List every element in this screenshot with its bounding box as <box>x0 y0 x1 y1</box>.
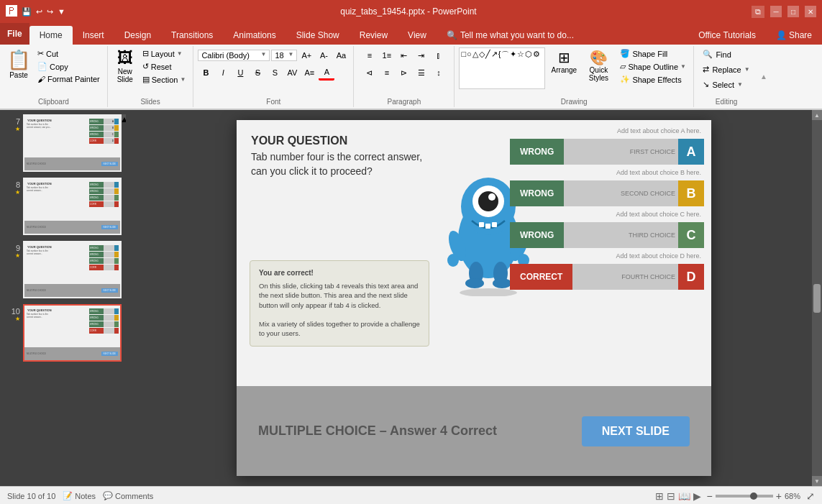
slide-preview-7[interactable]: YOUR QUESTION Tab number four is the cor… <box>23 114 122 172</box>
decrease-indent-button[interactable]: ⇤ <box>396 47 412 63</box>
slide-preview-8[interactable]: YOUR QUESTION Tab number four is the cor… <box>23 178 122 235</box>
customize-icon[interactable]: ▼ <box>58 7 65 16</box>
copy-button[interactable]: 📄 Copy <box>35 60 103 73</box>
font-increase-button[interactable]: A+ <box>298 47 314 63</box>
font-size-selector[interactable]: 18▼ <box>271 50 297 61</box>
tab-animations[interactable]: Animations <box>223 26 286 45</box>
paste-button[interactable]: 📋 Paste <box>4 47 33 81</box>
reset-button[interactable]: ↺ Reset <box>140 60 189 73</box>
vertical-scrollbar[interactable]: ▲ ▼ <box>812 110 822 486</box>
office-tutorials-link[interactable]: Office Tutorials <box>688 26 766 45</box>
ribbon-collapse-button[interactable]: ▲ <box>759 46 769 107</box>
slide-sorter-button[interactable]: ⊟ <box>667 490 675 502</box>
choice-row-c[interactable]: WRONG THIRD CHOICE C <box>510 222 704 248</box>
info-box-body: On this slide, clicking tab 4 reveals th… <box>259 281 420 339</box>
shape-outline-button[interactable]: ▱ Shape Outline ▼ <box>617 60 689 73</box>
numbering-button[interactable]: 1≡ <box>379 47 395 63</box>
char-spacing-button[interactable]: AV <box>284 65 300 81</box>
undo-icon[interactable]: ↩ <box>36 7 42 17</box>
zoom-slider[interactable] <box>716 495 773 498</box>
title-bar-left: 🅿 💾 ↩ ↪ ▼ <box>6 5 65 18</box>
shape-fill-button[interactable]: 🪣 Shape Fill <box>617 47 689 60</box>
minimize-button[interactable]: ─ <box>770 6 782 17</box>
tab-review[interactable]: Review <box>350 26 398 45</box>
shape-effects-button[interactable]: ✨ Shape Effects <box>617 73 689 86</box>
layout-button[interactable]: ⊟ Layout ▼ <box>140 47 189 60</box>
find-button[interactable]: 🔍 Find <box>698 47 735 61</box>
cut-button[interactable]: ✂ Cut <box>35 47 103 60</box>
choices-area: Add text about choice A here. WRONG FIRS… <box>510 127 704 290</box>
zoom-in-button[interactable]: + <box>776 490 782 502</box>
next-slide-button[interactable]: NEXT SLIDE <box>582 416 690 446</box>
notes-button[interactable]: 📝 Notes <box>63 491 96 500</box>
tab-design[interactable]: Design <box>114 26 161 45</box>
line-spacing-button[interactable]: ↕ <box>431 65 447 81</box>
font-name-selector[interactable]: Calibri (Body)▼ <box>198 50 270 61</box>
underline-button[interactable]: U <box>232 65 248 81</box>
bullets-button[interactable]: ≡ <box>362 47 378 63</box>
reading-view-button[interactable]: 📖 <box>678 490 690 502</box>
slide-preview-9[interactable]: YOUR QUESTION Tab number four is the cor… <box>23 241 122 298</box>
bold-button[interactable]: B <box>198 65 214 81</box>
replace-button[interactable]: ⇄ Replace ▼ <box>698 63 754 76</box>
tab-view[interactable]: View <box>398 26 437 45</box>
redo-icon[interactable]: ↪ <box>47 7 53 17</box>
tell-me-input[interactable]: 🔍Tell me what you want to do... <box>437 26 584 45</box>
strikethrough-button[interactable]: S <box>250 65 265 81</box>
tab-slideshow[interactable]: Slide Show <box>286 26 350 45</box>
ribbon-group-drawing: □○△◇ ╱↗{⌒ ✦☆⬡⚙ ⊞ Arrange 🎨 Quick Styles … <box>455 46 694 107</box>
justify-button[interactable]: ☰ <box>414 65 429 81</box>
arrange-button[interactable]: ⊞ Arrange <box>548 47 580 75</box>
ribbon-group-paragraph: ≡ 1≡ ⇤ ⇥ ⫿ ⊲ ≡ ⊳ ☰ ↕ Paragraph <box>354 46 455 107</box>
share-button[interactable]: 👤Share <box>766 26 822 45</box>
select-icon: ↘ <box>703 80 709 89</box>
tab-transitions[interactable]: Transitions <box>161 26 223 45</box>
slide-thumb-9[interactable]: 9 ★ YOUR QUESTION Tab number four is the… <box>3 239 123 300</box>
tab-home[interactable]: Home <box>29 26 73 45</box>
choice-row-d[interactable]: CORRECT FOURTH CHOICE D <box>510 264 704 290</box>
shadow-button[interactable]: S <box>267 65 283 81</box>
shapes-gallery[interactable]: □○△◇ ╱↗{⌒ ✦☆⬡⚙ <box>459 47 545 89</box>
slide-star-8: ★ <box>15 189 20 196</box>
text-direction-button[interactable]: A≡ <box>301 65 317 81</box>
slide-preview-10[interactable]: YOUR QUESTION Tab number four is the cor… <box>23 304 122 362</box>
normal-view-button[interactable]: ⊞ <box>655 490 664 502</box>
increase-indent-button[interactable]: ⇥ <box>414 47 429 63</box>
new-slide-button[interactable]: 🖼 New Slide <box>112 47 138 85</box>
save-icon[interactable]: 💾 <box>22 7 32 17</box>
slide-thumb-8[interactable]: 8 ★ YOUR QUESTION Tab number four is the… <box>3 176 123 237</box>
scroll-up-button[interactable]: ▲ <box>812 110 822 120</box>
format-painter-button[interactable]: 🖌 Format Painter <box>35 73 103 85</box>
slideshow-view-button[interactable]: ▶ <box>693 490 701 502</box>
italic-button[interactable]: I <box>215 65 231 81</box>
scroll-thumb-v[interactable] <box>813 284 821 313</box>
align-center-button[interactable]: ≡ <box>379 65 395 81</box>
maximize-button[interactable]: □ <box>787 6 799 17</box>
svg-point-3 <box>478 191 498 211</box>
close-button[interactable]: ✕ <box>805 6 816 17</box>
align-left-button[interactable]: ⊲ <box>362 65 378 81</box>
quick-styles-button[interactable]: 🎨 Quick Styles <box>583 47 614 83</box>
choice-row-a[interactable]: WRONG FIRST CHOICE A <box>510 139 704 165</box>
zoom-out-button[interactable]: − <box>707 490 713 502</box>
font-color-button[interactable]: A <box>319 65 334 81</box>
slide-top-area: YOUR QUESTION Tab number four is the cor… <box>237 120 711 386</box>
scroll-down-button[interactable]: ▼ <box>812 476 822 486</box>
align-right-button[interactable]: ⊳ <box>396 65 412 81</box>
restore-icon[interactable]: ⧉ <box>752 6 764 18</box>
choice-row-b[interactable]: WRONG SECOND CHOICE B <box>510 180 704 206</box>
select-button[interactable]: ↘ Select ▼ <box>698 78 747 91</box>
fit-slide-button[interactable]: ⤢ <box>806 490 815 502</box>
slide-thumb-7[interactable]: 7 ★ YOUR QUESTION Tab number four is the… <box>3 113 123 173</box>
clear-format-button[interactable]: Aa <box>333 47 349 63</box>
question-box: YOUR QUESTION Tab number four is the cor… <box>251 134 438 178</box>
paragraph-label: Paragraph <box>354 98 454 106</box>
font-decrease-button[interactable]: A- <box>316 47 332 63</box>
slide-thumb-10[interactable]: 10 ★ YOUR QUESTION Tab number four is th… <box>3 303 123 363</box>
comments-button[interactable]: 💬 Comments <box>103 491 153 500</box>
columns-button[interactable]: ⫿ <box>431 47 447 63</box>
tab-file[interactable]: File <box>0 23 29 45</box>
section-button[interactable]: ▤ Section ▼ <box>140 73 189 86</box>
zoom-slider-thumb[interactable] <box>750 492 757 500</box>
tab-insert[interactable]: Insert <box>73 26 114 45</box>
